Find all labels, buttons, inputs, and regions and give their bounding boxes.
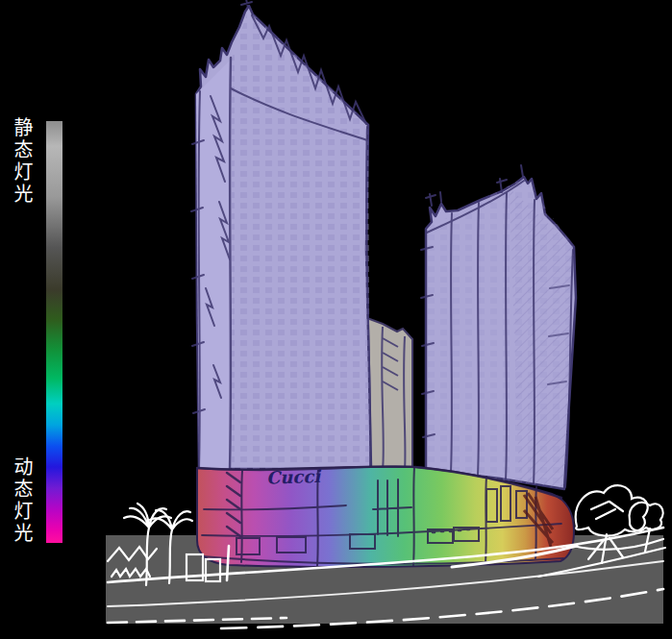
main-tower-facade-grid: [232, 8, 370, 469]
podium-sign-text: Cucci: [266, 466, 323, 488]
right-tower: [421, 165, 576, 489]
sketch-scene: Cucci: [0, 0, 672, 639]
lighting-concept-canvas: 静态灯光 动态灯光: [0, 0, 672, 639]
main-tower: [191, 0, 371, 469]
